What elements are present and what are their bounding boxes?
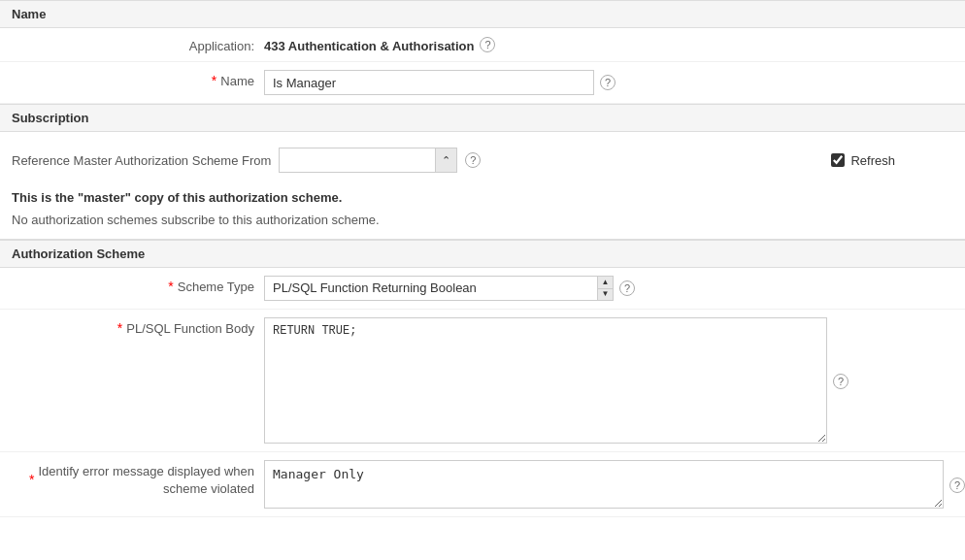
plsql-control-wrapper: RETURN TRUE; ? [264, 317, 953, 444]
error-control-wrapper: Manager Only ? [264, 460, 965, 509]
scheme-type-help-icon[interactable]: ? [619, 280, 635, 296]
error-message-label: * Identify error message displayed when … [12, 460, 264, 498]
ref-master-help-icon[interactable]: ? [465, 152, 481, 168]
refresh-label: Refresh [850, 153, 895, 168]
ref-master-select[interactable]: ⌃ [279, 148, 457, 173]
scheme-type-down-arrow[interactable]: ▼ [598, 289, 613, 301]
plsql-label: * PL/SQL Function Body [12, 317, 264, 336]
no-subscriptions-text: No authorization schemes subscribe to th… [0, 209, 965, 239]
caret-up-icon: ⌃ [442, 154, 450, 167]
error-help-icon[interactable]: ? [949, 478, 965, 493]
plsql-row: * PL/SQL Function Body RETURN TRUE; ? [0, 310, 965, 452]
ref-master-row: Reference Master Authorization Scheme Fr… [12, 140, 953, 181]
name-label: * Name [12, 70, 264, 88]
name-row: * Name ? [0, 62, 965, 104]
error-message-textarea[interactable]: Manager Only [264, 460, 944, 509]
scheme-type-required-star: * [168, 279, 173, 294]
auth-scheme-section-header: Authorization Scheme [0, 240, 965, 268]
ref-master-arrow[interactable]: ⌃ [435, 148, 456, 172]
scheme-type-spinner[interactable]: ▲ ▼ [597, 277, 613, 300]
refresh-checkbox[interactable] [831, 153, 845, 167]
ref-master-label: Reference Master Authorization Scheme Fr… [12, 153, 271, 168]
plsql-textarea[interactable]: RETURN TRUE; [264, 317, 827, 444]
name-required-star: * [212, 73, 216, 88]
ref-master-input[interactable] [280, 148, 435, 172]
refresh-container: Refresh [831, 153, 953, 168]
scheme-type-select[interactable]: PL/SQL Function Returning Boolean ▲ ▼ [264, 276, 614, 301]
name-input[interactable] [264, 70, 594, 95]
scheme-type-value: PL/SQL Function Returning Boolean [265, 276, 597, 301]
name-control-wrapper: ? [264, 70, 953, 95]
application-row: Application: 433 Authentication & Author… [0, 28, 965, 62]
scheme-type-control-wrapper: PL/SQL Function Returning Boolean ▲ ▼ ? [264, 276, 953, 301]
error-required-star: * [29, 471, 34, 490]
name-section-header: Name [0, 0, 965, 28]
plsql-required-star: * [117, 320, 122, 336]
subscription-content: Reference Master Authorization Scheme Fr… [0, 132, 965, 181]
application-value-wrapper: 433 Authentication & Authorisation ? [264, 36, 953, 53]
scheme-type-up-arrow[interactable]: ▲ [598, 277, 613, 289]
name-help-icon[interactable]: ? [600, 75, 616, 90]
application-help-icon[interactable]: ? [480, 37, 495, 52]
application-value: 433 Authentication & Authorisation [264, 36, 474, 53]
scheme-type-label: * Scheme Type [12, 276, 264, 294]
master-copy-text: This is the "master" copy of this author… [0, 181, 965, 209]
scheme-type-row: * Scheme Type PL/SQL Function Returning … [0, 268, 965, 310]
subscription-section-header: Subscription [0, 104, 965, 132]
error-message-row: * Identify error message displayed when … [0, 452, 965, 517]
plsql-help-icon[interactable]: ? [833, 374, 849, 389]
application-label: Application: [12, 36, 264, 53]
